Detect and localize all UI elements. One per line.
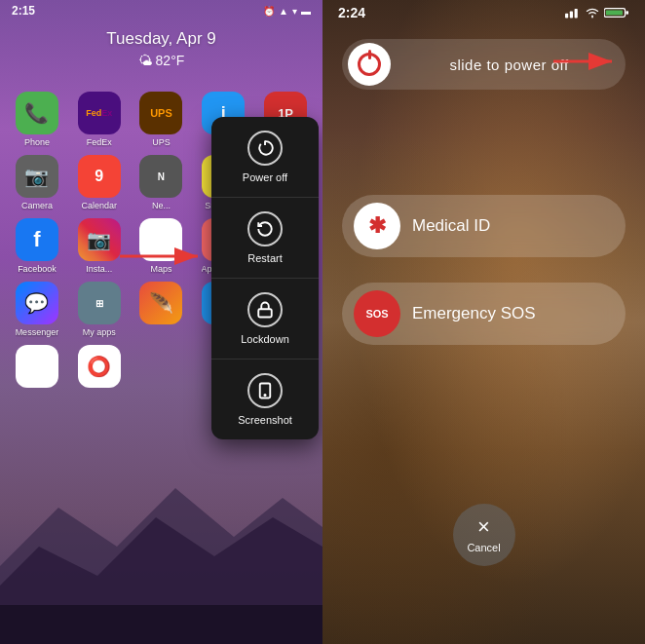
signal-icon	[565, 7, 581, 19]
svg-rect-13	[606, 10, 623, 15]
cancel-icon: ×	[477, 516, 490, 538]
android-status-icons: ⏰ ▲ ▾ ▬	[263, 6, 311, 17]
cancel-label: Cancel	[467, 542, 500, 553]
lockdown-icon	[247, 292, 283, 327]
svg-rect-8	[565, 14, 568, 19]
list-item[interactable]: ⊞ My apps	[72, 282, 127, 337]
lockdown-button[interactable]: Lockdown	[211, 279, 319, 360]
restart-button[interactable]: Restart	[211, 198, 319, 279]
instagram-app-label: Insta...	[86, 264, 112, 274]
list-item[interactable]: ⭕	[72, 345, 127, 391]
list-item[interactable]: UPS UPS	[134, 92, 189, 147]
list-item[interactable]: M	[10, 345, 64, 391]
wifi-icon	[585, 7, 600, 19]
list-item[interactable]: 📷 Camera	[10, 155, 64, 210]
list-item[interactable]: 📞 Phone	[10, 92, 64, 147]
lockdown-label: Lockdown	[241, 333, 289, 345]
ups-app-icon[interactable]: UPS	[139, 92, 182, 134]
screenshot-label: Screenshot	[238, 414, 292, 426]
list-item[interactable]: 🪶	[134, 282, 189, 337]
android-time: 2:15	[12, 4, 35, 18]
power-off-button[interactable]: Power off	[211, 117, 319, 198]
cancel-button[interactable]: × Cancel	[453, 504, 515, 566]
feather-app-icon[interactable]: 🪶	[139, 282, 182, 324]
calendar-app-icon[interactable]: 9	[78, 155, 121, 198]
wifi-icon: ▾	[292, 6, 297, 17]
instagram-app-icon[interactable]: 📷	[78, 218, 121, 261]
sos-icon: SOS	[354, 290, 400, 337]
gmail-app-icon[interactable]: M	[16, 345, 58, 388]
emergency-sos-button[interactable]: SOS Emergency SOS	[342, 283, 626, 345]
facebook-app-label: Facebook	[18, 264, 57, 274]
medical-id-button[interactable]: ✱ Medical ID	[342, 195, 626, 257]
ios-arrow	[553, 52, 622, 71]
list-item[interactable]: N Ne...	[134, 155, 189, 210]
list-item[interactable]: FedEx FedEx	[72, 92, 127, 147]
android-weather: 🌤 82°F	[0, 53, 322, 84]
power-menu: Power off Restart Lockdown	[211, 117, 319, 439]
screenshot-icon	[247, 373, 283, 408]
list-item[interactable]: 9 Calendar	[72, 155, 127, 210]
ne-app-label: Ne...	[152, 201, 171, 210]
android-date: Tuesday, Apr 9	[0, 21, 322, 53]
ios-time: 2:24	[338, 5, 365, 20]
fedex-app-icon[interactable]: FedEx	[78, 92, 121, 134]
power-button-icon	[358, 53, 381, 76]
battery-icon	[604, 7, 629, 19]
chrome-app-icon[interactable]: ⭕	[78, 345, 121, 388]
camera-app-label: Camera	[21, 201, 53, 210]
svg-rect-3	[258, 309, 272, 317]
medical-id-label: Medical ID	[412, 216, 490, 236]
medical-id-icon: ✱	[354, 203, 400, 249]
myapps-app-icon[interactable]: ⊞	[78, 282, 121, 324]
phone-app-icon[interactable]: 📞	[16, 92, 58, 134]
emergency-sos-label: Emergency SOS	[412, 304, 536, 323]
messenger-app-icon[interactable]: 💬	[16, 282, 58, 324]
myapps-app-label: My apps	[83, 327, 116, 337]
ios-screen: 2:24 slide to power	[322, 0, 645, 644]
calendar-app-label: Calendar	[81, 201, 117, 210]
ios-status-icons	[565, 7, 629, 19]
messenger-app-label: Messenger	[16, 327, 59, 337]
list-item[interactable]: 📷 Insta...	[72, 218, 127, 274]
list-item[interactable]: 💬 Messenger	[10, 282, 64, 337]
power-off-icon	[247, 131, 283, 166]
screenshot-button[interactable]: Screenshot	[211, 360, 319, 439]
battery-icon: ▬	[301, 6, 311, 17]
restart-icon	[247, 211, 283, 246]
restart-label: Restart	[247, 252, 282, 264]
svg-rect-2	[0, 605, 322, 644]
list-item[interactable]: f Facebook	[10, 218, 64, 274]
power-slider-thumb[interactable]	[348, 43, 391, 86]
svg-rect-12	[626, 11, 628, 14]
facebook-app-icon[interactable]: f	[16, 218, 58, 261]
power-off-label: Power off	[243, 171, 287, 183]
svg-rect-10	[575, 9, 578, 19]
android-screen: 2:15 ⏰ ▲ ▾ ▬ Tuesday, Apr 9 🌤 82°F 📞 Pho…	[0, 0, 322, 644]
ups-app-label: UPS	[152, 137, 171, 147]
svg-rect-9	[570, 11, 573, 18]
fedex-app-label: FedEx	[87, 137, 112, 147]
ne-app-icon[interactable]: N	[139, 155, 182, 198]
android-status-bar: 2:15 ⏰ ▲ ▾ ▬	[0, 0, 322, 21]
phone-app-label: Phone	[24, 137, 50, 147]
ios-status-bar: 2:24	[322, 0, 645, 25]
alarm-icon: ⏰	[263, 6, 275, 17]
android-arrow	[120, 242, 208, 271]
signal-icon: ▲	[279, 6, 288, 17]
camera-app-icon[interactable]: 📷	[16, 155, 58, 198]
